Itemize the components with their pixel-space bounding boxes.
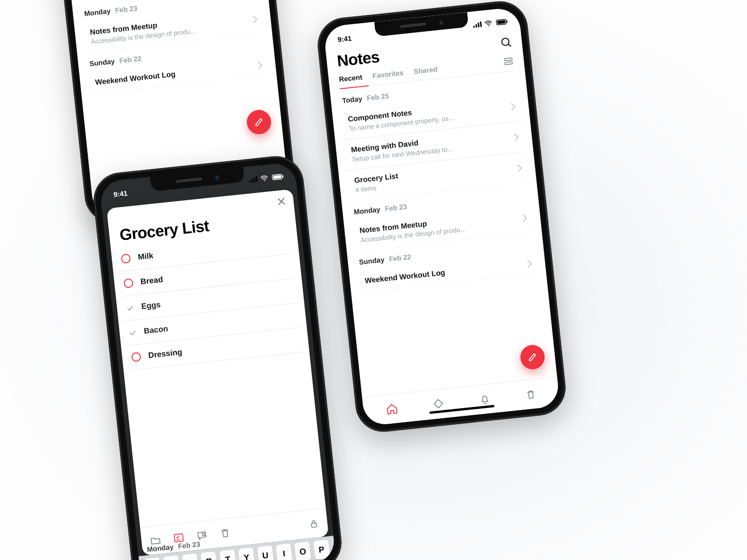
keyboard-key[interactable]: R (201, 552, 218, 560)
radio-unchecked-icon (131, 352, 141, 362)
view-toggle-icon[interactable] (503, 56, 514, 67)
checklist: MilkBreadEggsBaconDressing (111, 229, 310, 371)
battery-icon (271, 173, 285, 182)
radio-unchecked-icon (123, 278, 134, 288)
phone-device-b: 9:41 Grocery List MilkBreadEggsBaconDres… (91, 154, 345, 560)
section-date: Feb 23 (384, 203, 407, 213)
trash-icon[interactable] (525, 388, 537, 400)
wifi-icon (484, 19, 493, 28)
section-date: Feb 23 (115, 4, 138, 14)
note-sheet: Grocery List MilkBreadEggsBaconDressing (106, 189, 329, 556)
pencil-icon (527, 351, 538, 363)
chevron-right-icon (510, 103, 516, 111)
keyboard-key[interactable]: W (163, 555, 180, 560)
close-button[interactable] (276, 196, 287, 207)
keyboard-key[interactable]: O (295, 541, 311, 560)
phone-device-c: 9:41 Notes Recent Favorites Shared Today… (315, 0, 569, 434)
tab-favorites[interactable]: Favorites (372, 68, 404, 79)
search-icon[interactable] (500, 36, 512, 48)
note-card: Component NotesTo name a component prope… (339, 91, 529, 201)
trash-icon[interactable] (219, 527, 231, 539)
checklist-item-label: Milk (137, 251, 154, 262)
wifi-icon (260, 174, 269, 183)
status-time: 9:41 (113, 189, 128, 198)
keyboard-key[interactable]: I (275, 544, 292, 560)
keyboard-key[interactable]: Y (238, 547, 255, 560)
section-day: Monday (84, 7, 111, 17)
battery-icon (495, 18, 509, 27)
keyboard-key[interactable]: T (219, 549, 236, 560)
cellular-icon (249, 176, 258, 183)
bell-icon[interactable] (479, 393, 491, 405)
chevron-right-icon (527, 259, 533, 267)
chevron-right-icon (522, 214, 528, 222)
chevron-right-icon (517, 164, 522, 172)
keyboard-key[interactable]: U (257, 546, 274, 560)
lock-icon[interactable] (308, 518, 319, 529)
home-icon[interactable] (385, 402, 399, 416)
note-title: Weekend Workout Log (365, 261, 518, 285)
section-date: Feb 25 (366, 91, 389, 102)
checklist-item-label: Eggs (141, 300, 161, 311)
status-time: 9:41 (337, 34, 352, 43)
section-date: Feb 22 (119, 54, 142, 64)
screen-title: Notes (336, 48, 381, 70)
checklist-item-label: Dressing (148, 348, 183, 360)
checklist-item-label: Bread (140, 275, 163, 287)
chevron-right-icon (257, 61, 263, 69)
tag-icon[interactable] (432, 398, 444, 410)
keyboard-key[interactable]: E (182, 553, 199, 560)
tab-recent[interactable]: Recent (338, 73, 363, 83)
notes-list[interactable]: TodayFeb 25Component NotesTo name a comp… (330, 70, 557, 397)
cellular-icon (473, 21, 482, 28)
section-day: Today (342, 94, 363, 104)
section-day: Monday (353, 205, 381, 216)
section-day: Sunday (359, 255, 385, 266)
section-date: Feb 22 (388, 252, 411, 263)
keyboard-key[interactable]: Q (144, 557, 161, 560)
pencil-icon (254, 117, 265, 128)
section-day: Sunday (89, 57, 115, 68)
chevron-right-icon (514, 133, 519, 141)
chevron-right-icon (253, 15, 258, 23)
check-icon (126, 304, 134, 312)
tab-shared[interactable]: Shared (413, 65, 437, 75)
keyboard-key[interactable]: P (313, 539, 330, 560)
note-title: Weekend Workout Log (95, 62, 248, 86)
radio-unchecked-icon (121, 253, 131, 264)
check-icon (128, 329, 137, 337)
checklist-item-label: Bacon (143, 324, 169, 336)
